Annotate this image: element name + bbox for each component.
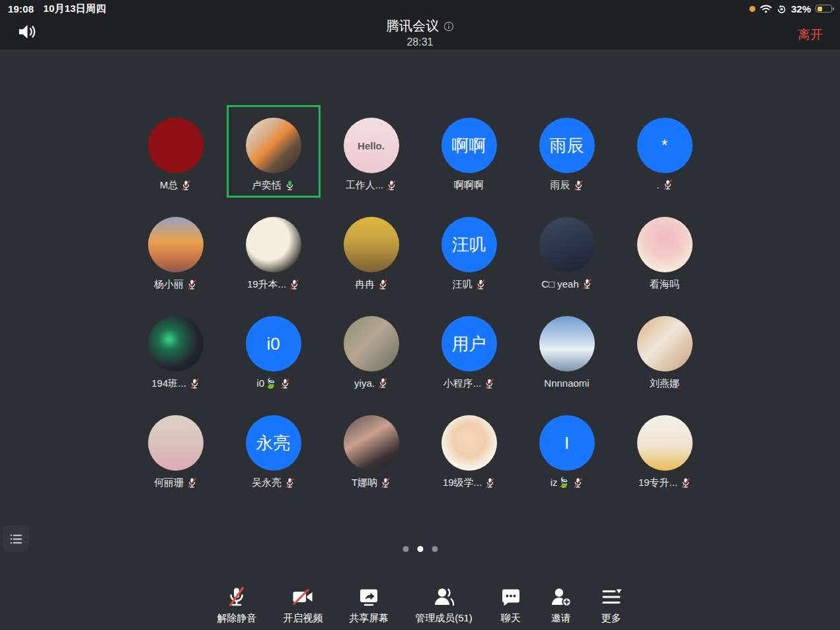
camera-slash-icon [291, 585, 315, 609]
participant-tile[interactable]: 冉冉 [325, 205, 418, 296]
page-dot[interactable] [402, 546, 408, 552]
participant-tile[interactable]: 杨小丽 [130, 205, 222, 296]
mic-muted-icon [187, 477, 197, 489]
participant-name: 吴永亮 [252, 477, 282, 489]
more-button[interactable]: 更多 [599, 585, 623, 625]
participant-tile[interactable]: 刘燕娜 [619, 304, 711, 395]
invite-button[interactable]: 邀请 [549, 585, 573, 625]
manage-members-label: 管理成员(51) [415, 612, 473, 625]
participant-name-row: yiya. [354, 377, 388, 389]
invite-icon [549, 585, 573, 609]
share-screen-label: 共享屏幕 [349, 612, 389, 625]
avatar-initials: 雨辰 [550, 137, 584, 154]
mic-muted-icon [476, 279, 486, 290]
manage-members-button[interactable]: 管理成员(51) [415, 585, 473, 625]
status-left: 19:08 10月13日周四 [8, 3, 106, 15]
chat-icon [499, 585, 523, 609]
participant-tile[interactable]: 何丽珊 [130, 403, 222, 494]
info-icon[interactable] [443, 21, 454, 32]
participant-avatar [344, 415, 399, 471]
participant-tile[interactable]: * . [619, 106, 711, 197]
participant-tile[interactable]: C□ yeah [521, 205, 613, 296]
participant-avatar: Hello. [344, 118, 399, 173]
participant-tile[interactable]: 啊啊 啊啊啊 [423, 106, 515, 197]
participant-name: 冉冉 [355, 278, 375, 291]
participant-tile[interactable]: 看海吗 [619, 205, 711, 296]
participant-name: 19级学... [443, 477, 482, 489]
more-icon [599, 585, 623, 609]
participant-name-row: 刘燕娜 [650, 377, 679, 390]
participant-tile[interactable]: yiya. [325, 304, 418, 395]
start-video-button[interactable]: 开启视频 [283, 585, 323, 625]
mic-muted-icon [681, 477, 691, 489]
participant-avatar: 用户 [441, 316, 497, 372]
participant-tile[interactable]: 19升本... [227, 205, 320, 296]
participant-name: 工作人... [346, 179, 384, 192]
participant-name-row: C□ yeah [541, 278, 592, 290]
avatar-initials: * [662, 138, 668, 153]
participant-tile[interactable]: I iz🍃 [521, 403, 613, 494]
participant-avatar [344, 316, 399, 372]
participant-name: 卢奕恬 [252, 179, 282, 192]
participant-name-row: 何丽珊 [154, 477, 197, 489]
avatar-initials: 汪叽 [452, 236, 486, 253]
unmute-button[interactable]: 解除静音 [217, 585, 256, 625]
page-dot[interactable] [417, 546, 423, 552]
avatar-initials: I [564, 434, 569, 452]
mic-muted-icon [378, 279, 388, 290]
participant-name: . [656, 179, 659, 190]
meeting-title-block: 腾讯会议 28:31 [0, 17, 840, 48]
participant-name: C□ yeah [541, 278, 579, 290]
share-screen-button[interactable]: 共享屏幕 [349, 585, 389, 625]
participant-tile[interactable]: 汪叽 汪叽 [423, 205, 515, 296]
participant-tile[interactable]: 雨辰 雨辰 [521, 106, 613, 197]
participant-name-row: . [656, 179, 672, 190]
participant-avatar [539, 316, 595, 372]
participant-name: 杨小丽 [154, 278, 184, 291]
avatar-initials: Hello. [358, 141, 385, 151]
participant-tile[interactable]: M总 [130, 106, 222, 197]
mic-muted-icon [190, 378, 200, 389]
wifi-icon [760, 5, 772, 13]
participant-tile[interactable]: 永亮 吴永亮 [227, 403, 320, 494]
participant-tile[interactable]: Hello. 工作人... [325, 106, 418, 197]
mic-muted-icon [484, 378, 494, 389]
mic-muted-icon [285, 477, 295, 489]
participant-avatar: * [637, 118, 693, 173]
avatar-initials: 用户 [452, 335, 486, 352]
participant-tile[interactable]: 19级学... [423, 403, 515, 494]
avatar-initials: 永亮 [256, 434, 291, 452]
battery-icon [816, 5, 832, 13]
participant-avatar [344, 217, 399, 272]
participant-avatar [637, 316, 693, 372]
participant-name: yiya. [354, 377, 375, 389]
participant-tile[interactable]: Nnnnaomi [521, 304, 613, 395]
participant-avatar: 汪叽 [441, 217, 497, 272]
page-dot[interactable] [432, 546, 438, 552]
participant-avatar [148, 118, 204, 173]
participant-avatar [539, 217, 595, 272]
participant-name: M总 [160, 179, 178, 192]
clock-time: 19:08 [8, 3, 34, 15]
chat-button[interactable]: 聊天 [499, 585, 523, 625]
participant-avatar: 永亮 [246, 415, 301, 471]
participant-name-row: 19专升... [638, 477, 691, 489]
bottom-toolbar: 解除静音 开启视频 共享屏幕 [0, 585, 840, 625]
share-screen-icon [357, 585, 381, 609]
participant-name-row: 卢奕恬 [252, 179, 295, 192]
participant-tile[interactable]: 卢奕恬 [227, 106, 320, 197]
participant-avatar [148, 415, 204, 471]
leave-meeting-button[interactable]: 离开 [798, 26, 823, 44]
participant-avatar: I [539, 415, 595, 471]
participant-tile[interactable]: 用户 小程序... [423, 304, 515, 395]
participant-tile[interactable]: T娜呐 [325, 403, 418, 494]
participant-tile[interactable]: 194班... [130, 304, 222, 395]
mic-muted-icon [187, 279, 197, 290]
participant-tile[interactable]: i0 i0🍃 [227, 304, 320, 395]
participant-name-row: 雨辰 [551, 179, 584, 192]
view-layout-button[interactable] [3, 526, 29, 552]
participant-name: 19专升... [638, 477, 677, 489]
participant-name: 刘燕娜 [650, 377, 679, 390]
participant-name: 汪叽 [453, 278, 473, 291]
participant-tile[interactable]: 19专升... [619, 403, 711, 494]
